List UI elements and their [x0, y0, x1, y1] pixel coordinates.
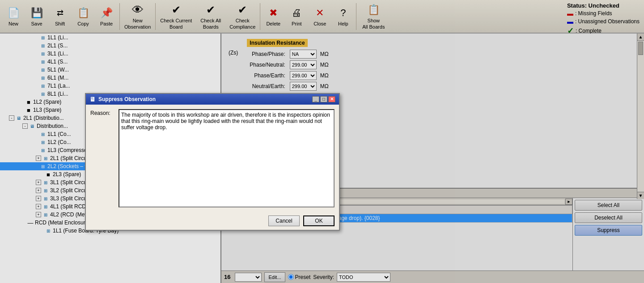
dialog-titlebar: 🖥 Suppress Observation _ □ ✕ [86, 94, 339, 105]
dialog-ok-button[interactable]: OK [303, 215, 335, 226]
suppress-dialog: 🖥 Suppress Observation _ □ ✕ Reason: The… [85, 93, 340, 231]
dialog-reason-label: Reason: [90, 109, 115, 116]
dialog-reason-textarea[interactable]: The majority of tools in this workshop a… [119, 109, 335, 207]
dialog-reason-row: Reason: The majority of tools in this wo… [90, 109, 335, 207]
dialog-footer: Cancel OK [86, 212, 339, 230]
dialog-overlay: 🖥 Suppress Observation _ □ ✕ Reason: The… [0, 0, 644, 283]
dialog-maximize-btn[interactable]: □ [320, 96, 327, 102]
dialog-title-icon: 🖥 [89, 96, 96, 103]
dialog-minimize-btn[interactable]: _ [312, 96, 319, 102]
dialog-window-buttons: _ □ ✕ [312, 96, 335, 102]
dialog-close-btn[interactable]: ✕ [328, 96, 335, 102]
dialog-cancel-button[interactable]: Cancel [268, 215, 300, 226]
dialog-title-area: 🖥 Suppress Observation [89, 96, 156, 103]
dialog-body: Reason: The majority of tools in this wo… [86, 105, 339, 212]
dialog-title-text: Suppress Observation [98, 96, 156, 102]
